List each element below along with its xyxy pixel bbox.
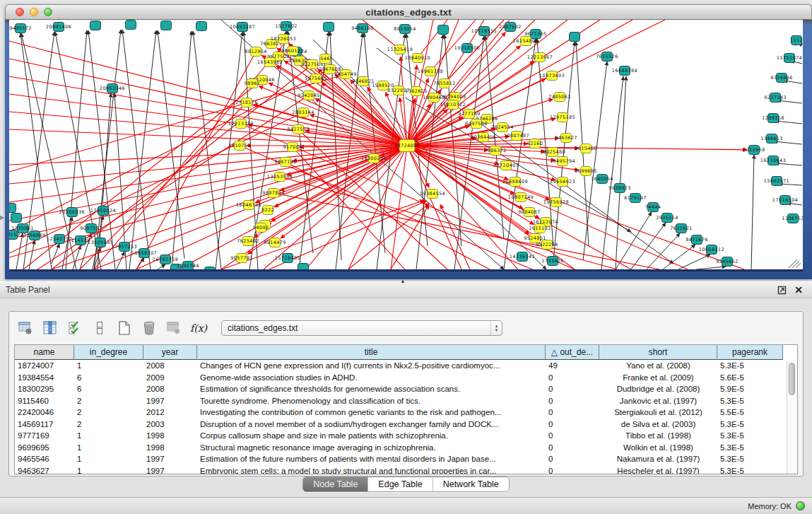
minimize-window-button[interactable]: [30, 8, 38, 16]
column-header-name[interactable]: name: [15, 345, 74, 360]
cell: 5.9E-5: [717, 383, 783, 395]
graph-node-teal[interactable]: [324, 23, 334, 32]
cell: 1: [74, 430, 143, 442]
table-settings-icon[interactable]: [16, 319, 35, 337]
table-select-dropdown[interactable]: citations_edges.txt ▲▼: [221, 320, 502, 336]
svg-text:1810755: 1810755: [228, 143, 251, 148]
graph-node-teal[interactable]: [9, 204, 16, 213]
cell: de Silva et al. (2003): [599, 419, 717, 431]
cell: 1997: [143, 465, 197, 475]
cell: Structural magnetic resonance image aver…: [197, 442, 546, 454]
cell: 5.3E-5: [717, 442, 783, 454]
table-row[interactable]: 2242004622012Investigating the contribut…: [15, 407, 797, 419]
graph-node-teal[interactable]: [90, 21, 101, 30]
cell: Yano et al. (2008): [599, 360, 717, 372]
graph-node-teal[interactable]: [205, 267, 216, 270]
tab-edge-table[interactable]: Edge Table: [367, 477, 432, 491]
column-icon[interactable]: [90, 319, 109, 337]
row-check-icon[interactable]: [66, 319, 84, 337]
cell: 0: [546, 430, 599, 442]
svg-text:9227343: 9227343: [764, 95, 787, 100]
cell: Changes of HCN gene expression and I(f) …: [197, 360, 546, 372]
svg-text:1990448: 1990448: [423, 95, 445, 100]
cell: 14569117: [15, 419, 74, 431]
select-columns-icon[interactable]: [41, 319, 59, 337]
cell: 2: [74, 407, 143, 419]
graph-node-teal[interactable]: [196, 22, 207, 31]
svg-text:10654112: 10654112: [699, 247, 724, 252]
column-header-year[interactable]: year: [143, 345, 197, 360]
function-builder-icon[interactable]: f(x): [189, 319, 208, 337]
column-header-in-degree[interactable]: in_degree: [74, 345, 143, 360]
table-scrollbar-thumb[interactable]: [789, 363, 795, 395]
cell: Dudbridge et al. (2008): [599, 383, 717, 395]
cell: 1997: [143, 395, 197, 407]
new-document-icon[interactable]: [115, 319, 134, 337]
svg-text:62160: 62160: [527, 141, 543, 146]
svg-text:1615132: 1615132: [529, 226, 551, 231]
tab-network-table[interactable]: Network Table: [433, 477, 509, 491]
svg-text:6914479: 6914479: [264, 240, 286, 245]
table-row[interactable]: 946362711997Embryonic stem cells: a mode…: [15, 465, 797, 475]
table-row[interactable]: 946554611997Estimation of the future num…: [15, 453, 797, 465]
cell: 1998: [143, 442, 197, 454]
svg-text:6179197: 6179197: [624, 195, 647, 201]
graph-node-teal[interactable]: [438, 25, 449, 35]
cell: 1: [74, 465, 143, 475]
svg-text:19495794: 19495794: [550, 158, 575, 164]
column-header-out-de-[interactable]: △ out_de...: [546, 345, 599, 360]
graph-node-teal[interactable]: [11, 214, 22, 223]
table-row[interactable]: 969969511998Structural magnetic resonanc…: [15, 442, 797, 454]
table-scrollbar[interactable]: [787, 361, 797, 474]
svg-text:9097587: 9097587: [80, 226, 102, 231]
table-row[interactable]: 911546021997Tourette syndrome. Phenomeno…: [15, 395, 797, 407]
cell: 1: [74, 442, 143, 454]
svg-text:16648784: 16648784: [612, 68, 637, 74]
svg-text:16154808: 16154808: [513, 38, 539, 44]
zoom-window-button[interactable]: [44, 8, 52, 16]
svg-text:8222: 8222: [261, 207, 274, 213]
svg-text:1292344: 1292344: [177, 263, 199, 269]
svg-text:20053346: 20053346: [100, 86, 125, 91]
cell: 5.5E-5: [717, 407, 783, 419]
memory-status-label: Memory: OK: [748, 502, 792, 510]
cell: 2008: [143, 383, 197, 395]
graph-node-teal[interactable]: [126, 21, 136, 30]
svg-text:9115460: 9115460: [575, 146, 597, 151]
svg-text:2803144: 2803144: [292, 110, 314, 115]
column-header-short[interactable]: short: [599, 345, 717, 360]
close-panel-icon[interactable]: ✕: [792, 284, 805, 296]
table-row[interactable]: 1830029562008Estimation of significance …: [15, 383, 797, 395]
svg-text:9146821: 9146821: [352, 78, 375, 84]
cell: Hescheler et al. (1997): [599, 465, 717, 475]
column-header-title[interactable]: title: [197, 345, 546, 360]
table-row[interactable]: 1872400712008Changes of HCN gene express…: [15, 360, 797, 372]
network-window-titlebar[interactable]: citations_edges.txt: [5, 4, 812, 20]
svg-text:8427552: 8427552: [287, 127, 310, 132]
graph-node-teal[interactable]: [298, 264, 309, 270]
svg-text:8471676: 8471676: [686, 237, 708, 243]
svg-text:12213383: 12213383: [228, 121, 254, 127]
cell: 2008: [143, 360, 197, 372]
table-row[interactable]: 1456911722003Disruption of a novel membe…: [15, 419, 797, 431]
close-window-button[interactable]: [16, 8, 24, 16]
graph-node-teal[interactable]: [570, 33, 580, 42]
float-panel-icon[interactable]: [775, 284, 788, 296]
cell: 5.3E-5: [717, 430, 783, 442]
network-window: citations_edges.txt 94055722069140610653…: [5, 4, 812, 279]
left-panel-collapse-arrow[interactable]: ▶: [0, 214, 4, 221]
svg-text:11325419: 11325419: [387, 47, 413, 52]
svg-text:16210643: 16210643: [760, 158, 786, 163]
svg-text:18226053: 18226053: [271, 36, 296, 42]
delete-icon[interactable]: [140, 319, 158, 337]
table-row[interactable]: 977716911998Corpus callosum shape and si…: [15, 430, 797, 442]
svg-text:2935114: 2935114: [656, 215, 678, 221]
tab-node-table[interactable]: Node Table: [303, 477, 367, 491]
table-row[interactable]: 1938455462009Genome-wide association stu…: [15, 372, 797, 384]
column-header-pagerank[interactable]: pagerank: [717, 345, 783, 360]
cell: Tourette syndrome. Phenomenology and cla…: [197, 395, 546, 407]
network-canvas[interactable]: 9405572206914061065328715276029466160881…: [9, 20, 803, 269]
svg-text:9660125: 9660125: [281, 48, 304, 54]
graph-node-teal[interactable]: [161, 21, 172, 30]
splitter-collapse-arrow[interactable]: ▴: [401, 279, 404, 284]
